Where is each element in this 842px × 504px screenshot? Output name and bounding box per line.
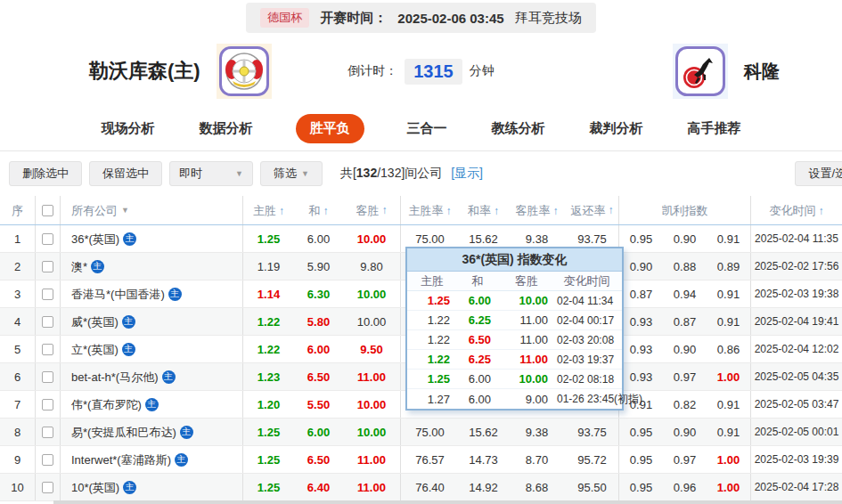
odds-draw[interactable]: 5.80: [294, 316, 343, 328]
filter-button[interactable]: 筛选 ▼: [260, 161, 323, 186]
odds-home[interactable]: 1.25: [243, 427, 294, 438]
change-time: 2025-02-05 04:35: [751, 371, 842, 382]
tab-three-in-one[interactable]: 三合一: [405, 114, 449, 143]
popup-header-away: 客胜: [498, 273, 555, 289]
row-checkbox[interactable]: [42, 289, 53, 300]
home-team-name: 勒沃库森(主): [89, 58, 200, 85]
select-all-checkbox[interactable]: [42, 205, 53, 216]
row-checkbox[interactable]: [42, 316, 53, 328]
header-company[interactable]: 所有公司▼: [61, 196, 243, 224]
header-draw-odds[interactable]: 和↑: [294, 205, 343, 216]
row-checkbox[interactable]: [42, 261, 53, 272]
header-away-rate[interactable]: 客胜率↑: [508, 205, 566, 216]
away-team: 科隆: [673, 44, 780, 99]
odds-away[interactable]: 11.00: [343, 363, 401, 390]
odds-draw[interactable]: 6.40: [294, 482, 343, 493]
odds-home[interactable]: 1.25: [243, 454, 294, 466]
odds-away[interactable]: 10.00: [343, 225, 401, 252]
history-home-odds: 1.25: [407, 373, 457, 385]
header-change-time[interactable]: 变化时间↑: [751, 205, 842, 216]
match-info-inner: 德国杯 开赛时间： 2025-02-06 03:45 拜耳竞技场: [246, 3, 595, 33]
history-draw-odds: 6.00: [457, 394, 498, 405]
show-link[interactable]: [显示]: [451, 166, 483, 180]
company-cell[interactable]: 易*(安提瓜和巴布达)主: [61, 419, 243, 445]
kickoff-time: 2025-02-06 03:45: [397, 11, 503, 26]
company-cell[interactable]: 威*(英国)主: [61, 308, 243, 335]
row-checkbox[interactable]: [42, 482, 53, 493]
odds-away[interactable]: 10.00: [343, 391, 401, 418]
company-cell[interactable]: 香港马*(中国香港)主: [61, 280, 243, 307]
company-cell[interactable]: 立*(英国)主: [61, 336, 243, 362]
row-checkbox[interactable]: [42, 371, 53, 383]
odds-home[interactable]: 1.14: [243, 289, 294, 300]
delete-selected-button[interactable]: 删除选中: [9, 161, 82, 186]
company-cell[interactable]: Interwet*(塞浦路斯)主: [61, 446, 243, 473]
settings-button[interactable]: 设置/选: [795, 161, 842, 186]
row-checkbox[interactable]: [42, 233, 53, 245]
company-cell[interactable]: 澳*主: [61, 253, 243, 280]
odds-draw[interactable]: 5.90: [294, 261, 343, 272]
match-header: 勒沃库森(主) 倒计时： 1315: [0, 36, 842, 107]
odds-home[interactable]: 1.25: [243, 233, 294, 245]
chevron-down-icon: ▼: [235, 169, 243, 178]
change-time: 2025-02-04 12:02: [751, 344, 842, 354]
table-row: 8易*(安提瓜和巴布达)主1.256.0010.0075.0015.629.38…: [0, 419, 842, 446]
header-away-odds[interactable]: 客胜↑: [343, 196, 401, 224]
tab-expert-recommend[interactable]: 高手推荐: [686, 114, 743, 143]
history-change-time: 02-04 00:17: [555, 315, 618, 326]
kelly-index: 0.91: [707, 225, 751, 252]
odds-draw[interactable]: 5.50: [294, 399, 343, 411]
rate-draw: 15.62: [459, 233, 508, 245]
row-checkbox[interactable]: [42, 454, 53, 466]
odds-draw[interactable]: 6.00: [294, 233, 343, 245]
payout-rate: 95.72: [566, 446, 619, 473]
tab-coach-analysis[interactable]: 教练分析: [490, 114, 547, 143]
company-cell[interactable]: 10*(英国)主: [61, 474, 243, 500]
company-name: 10*(英国): [71, 482, 119, 493]
odds-draw[interactable]: 6.50: [294, 454, 343, 466]
odds-home[interactable]: 1.25: [243, 482, 294, 493]
odds-home[interactable]: 1.20: [243, 399, 294, 411]
odds-home[interactable]: 1.23: [243, 371, 294, 383]
odds-draw[interactable]: 6.50: [294, 371, 343, 383]
row-index: 10: [0, 474, 36, 500]
history-draw-odds: 6.00: [457, 373, 498, 385]
header-home-rate[interactable]: 主胜率↑: [401, 205, 459, 216]
history-home-odds: 1.22: [407, 314, 457, 326]
odds-draw[interactable]: 6.00: [294, 427, 343, 438]
keep-selected-button[interactable]: 保留选中: [89, 161, 162, 186]
primary-bookmaker-icon: 主: [123, 232, 136, 246]
kelly-index: 0.90: [663, 233, 707, 245]
odds-away[interactable]: 9.50: [343, 336, 401, 362]
row-checkbox[interactable]: [42, 399, 53, 411]
row-checkbox[interactable]: [42, 427, 53, 438]
tab-data-analysis[interactable]: 数据分析: [198, 114, 255, 143]
league-badge[interactable]: 德国杯: [260, 8, 309, 28]
odds-draw[interactable]: 6.00: [294, 344, 343, 355]
odds-away[interactable]: 9.80: [343, 253, 401, 280]
odds-home[interactable]: 1.22: [243, 344, 294, 355]
header-draw-rate[interactable]: 和率↑: [459, 205, 508, 216]
tab-win-draw-lose[interactable]: 胜平负: [296, 114, 364, 143]
odds-away[interactable]: 10.00: [343, 308, 401, 335]
odds-home[interactable]: 1.22: [243, 316, 294, 328]
header-home-odds[interactable]: 主胜↑: [243, 205, 294, 216]
history-row: 1.226.5011.0002-03 20:08: [407, 330, 622, 350]
company-cell[interactable]: bet-at-h*(马尔他)主: [61, 363, 243, 390]
time-mode-select[interactable]: 即时 ▼: [169, 161, 253, 186]
company-cell[interactable]: 36*(英国)主: [61, 225, 243, 252]
row-checkbox[interactable]: [42, 344, 53, 355]
history-away-odds: 11.00: [498, 354, 555, 365]
odds-away[interactable]: 11.00: [343, 446, 401, 473]
odds-away[interactable]: 11.00: [343, 474, 401, 500]
tab-referee-analysis[interactable]: 裁判分析: [588, 114, 645, 143]
odds-table-header: 序 所有公司▼ 主胜↑ 和↑ 客胜↑ 主胜率↑ 和率↑ 客胜率↑ 返还率↑ 凯利…: [0, 196, 842, 225]
horizontal-scrollbar[interactable]: [53, 500, 842, 504]
company-cell[interactable]: 伟*(直布罗陀)主: [61, 391, 243, 418]
odds-home[interactable]: 1.19: [243, 261, 294, 272]
odds-away[interactable]: 10.00: [343, 419, 401, 445]
tab-live-analysis[interactable]: 现场分析: [100, 114, 157, 143]
odds-away[interactable]: 10.00: [343, 280, 401, 307]
odds-draw[interactable]: 6.30: [294, 289, 343, 300]
header-payout-rate[interactable]: 返还率↑: [566, 196, 619, 224]
